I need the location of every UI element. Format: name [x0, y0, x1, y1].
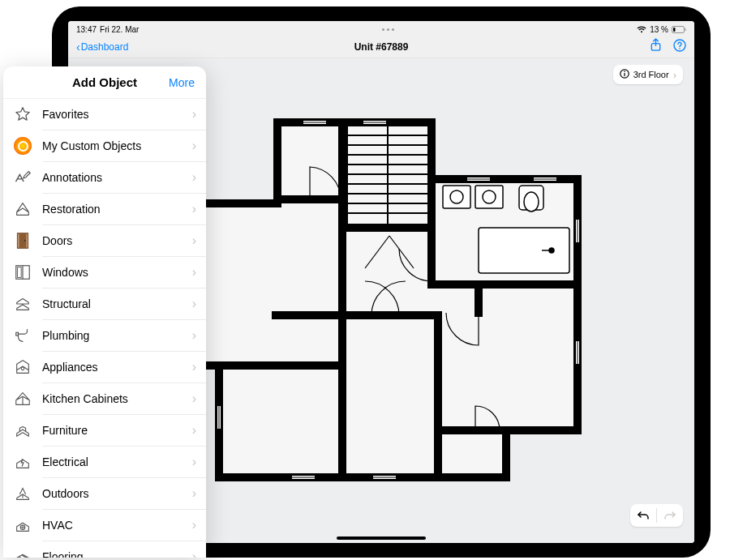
- category-item-annotations[interactable]: Annotations›: [3, 162, 206, 193]
- plumbing-icon: [11, 324, 34, 347]
- panel-title: Add Object: [72, 75, 137, 89]
- svg-rect-66: [16, 332, 19, 336]
- back-label: Dashboard: [81, 41, 129, 53]
- svg-point-5: [679, 48, 681, 49]
- category-item-hvac[interactable]: HVAC›: [3, 510, 206, 541]
- svg-rect-65: [18, 267, 22, 278]
- outdoors-icon: [11, 482, 34, 505]
- restoration-icon: [11, 198, 34, 220]
- chevron-right-icon: ›: [192, 486, 196, 501]
- chevron-right-icon: ›: [192, 233, 196, 248]
- svg-point-31: [524, 192, 539, 212]
- custom-objects-icon: [11, 135, 34, 157]
- redo-button[interactable]: [657, 510, 683, 521]
- chevron-right-icon: ›: [192, 202, 196, 216]
- chevron-right-icon: ›: [192, 518, 196, 532]
- status-date: Fri 22. Mar: [100, 25, 139, 34]
- svg-rect-32: [479, 228, 569, 273]
- nav-bar: ‹ Dashboard Unit #67889: [68, 36, 694, 58]
- info-icon: [620, 69, 629, 80]
- category-item-appliances[interactable]: Appliances›: [3, 352, 206, 383]
- floor-plan-drawing: [170, 106, 592, 495]
- page-title: Unit #67889: [354, 41, 409, 53]
- chevron-right-icon: ›: [192, 328, 196, 343]
- category-label: HVAC: [42, 519, 192, 532]
- category-label: Favorites: [42, 108, 192, 121]
- battery-icon: [672, 26, 686, 33]
- category-label: Annotations: [42, 171, 192, 184]
- door-icon: [11, 229, 34, 252]
- battery-text: 13 %: [650, 25, 668, 34]
- chevron-right-icon: ›: [192, 107, 196, 122]
- category-item-door[interactable]: Doors›: [3, 225, 206, 256]
- home-indicator[interactable]: [337, 536, 426, 540]
- svg-point-59: [624, 71, 625, 73]
- category-item-star[interactable]: Favorites›: [3, 99, 206, 130]
- chevron-right-icon: ›: [192, 170, 196, 185]
- wifi-icon: [637, 26, 646, 33]
- chevron-right-icon: ›: [192, 549, 196, 558]
- share-button[interactable]: [650, 38, 662, 55]
- svg-point-62: [24, 240, 26, 242]
- svg-rect-10: [342, 228, 432, 313]
- furniture-icon: [11, 419, 34, 442]
- more-button[interactable]: More: [169, 76, 195, 89]
- svg-rect-58: [624, 73, 625, 76]
- appliances-icon: [11, 356, 34, 378]
- kitchen-cabinets-icon: [11, 387, 34, 410]
- svg-rect-1: [673, 28, 676, 32]
- category-label: Electrical: [42, 455, 192, 468]
- undo-button[interactable]: [630, 510, 656, 521]
- flooring-icon: [11, 545, 34, 558]
- svg-rect-11: [430, 284, 578, 430]
- category-label: Restoration: [42, 203, 192, 216]
- chevron-right-icon: ›: [192, 139, 196, 153]
- annotations-icon: [11, 166, 34, 189]
- svg-rect-2: [685, 28, 685, 31]
- star-icon: [11, 103, 34, 126]
- category-item-restoration[interactable]: Restoration›: [3, 194, 206, 224]
- undo-redo-group: [630, 504, 683, 527]
- category-label: Plumbing: [42, 329, 192, 342]
- window-icon: [11, 261, 34, 284]
- svg-rect-13: [276, 315, 438, 477]
- electrical-icon: [11, 451, 34, 473]
- category-item-kitchen-cabinets[interactable]: Kitchen Cabinets›: [3, 383, 206, 414]
- category-item-plumbing[interactable]: Plumbing›: [3, 320, 206, 351]
- back-button[interactable]: ‹ Dashboard: [76, 41, 128, 53]
- status-right: 13 %: [637, 25, 686, 34]
- category-item-custom-objects[interactable]: My Custom Objects›: [3, 130, 206, 161]
- category-label: Furniture: [42, 424, 192, 437]
- category-item-structural[interactable]: Structural›: [3, 289, 206, 319]
- chevron-right-icon: ›: [673, 69, 676, 81]
- panel-list: Favorites›My Custom Objects›Annotations›…: [3, 99, 206, 558]
- floor-label: 3rd Floor: [633, 70, 669, 79]
- help-button[interactable]: [673, 39, 686, 55]
- category-item-outdoors[interactable]: Outdoors›: [3, 478, 206, 509]
- panel-header: Add Object More: [3, 66, 206, 99]
- svg-rect-14: [438, 430, 506, 477]
- category-label: Kitchen Cabinets: [42, 392, 192, 405]
- multitasking-dots[interactable]: [382, 28, 394, 31]
- chevron-right-icon: ›: [192, 391, 196, 406]
- chevron-right-icon: ›: [192, 360, 196, 374]
- floor-selector[interactable]: 3rd Floor ›: [613, 65, 683, 84]
- chevron-right-icon: ›: [192, 297, 196, 311]
- category-label: Structural: [42, 297, 192, 310]
- svg-point-27: [450, 190, 463, 203]
- chevron-right-icon: ›: [192, 265, 196, 280]
- chevron-right-icon: ›: [192, 455, 196, 469]
- status-time: 13:47: [76, 25, 97, 34]
- category-label: Outdoors: [42, 487, 192, 500]
- chevron-left-icon: ‹: [76, 41, 80, 53]
- category-label: Doors: [42, 234, 192, 247]
- category-item-window[interactable]: Windows›: [3, 257, 206, 288]
- category-item-electrical[interactable]: Electrical›: [3, 447, 206, 477]
- svg-point-67: [21, 367, 24, 370]
- add-object-panel: Add Object More Favorites›My Custom Obje…: [3, 66, 206, 558]
- hvac-icon: [11, 514, 34, 536]
- category-label: My Custom Objects: [42, 139, 192, 152]
- status-left: 13:47 Fri 22. Mar: [76, 25, 139, 34]
- category-item-flooring[interactable]: Flooring›: [3, 541, 206, 558]
- category-item-furniture[interactable]: Furniture›: [3, 415, 206, 446]
